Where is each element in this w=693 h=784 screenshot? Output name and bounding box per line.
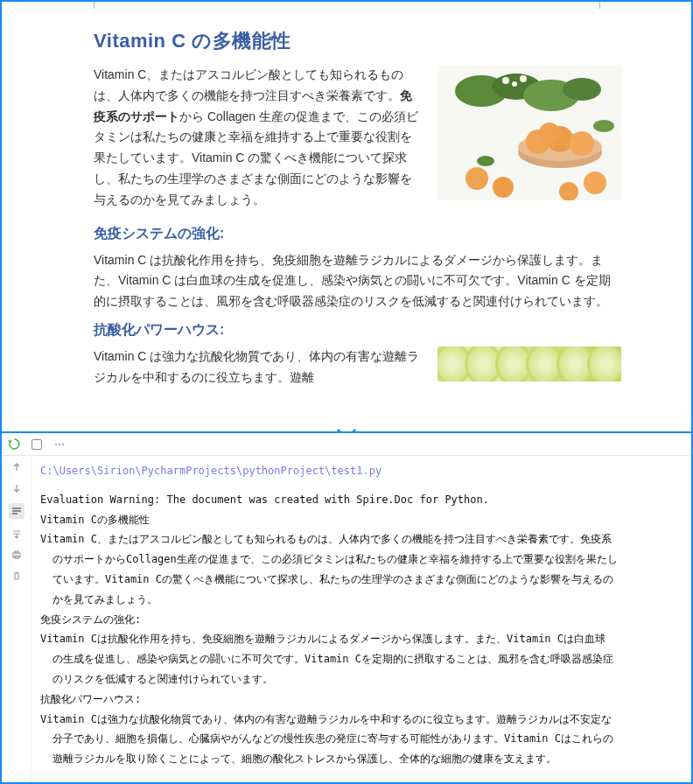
more-actions-button[interactable] <box>52 438 66 452</box>
panel-resize-handle[interactable] <box>336 428 357 433</box>
console-line: 抗酸化パワーハウス: <box>40 690 682 710</box>
svg-point-7 <box>520 75 527 82</box>
svg-point-4 <box>563 78 601 101</box>
citrus-image <box>438 346 621 382</box>
console-line: の生成を促進し、感染や病気との闘いに不可欠です。Vitamin Cを定期的に摂取… <box>40 649 682 669</box>
console-toolbar <box>2 433 691 456</box>
intro-text-1: Vitamin C、またはアスコルビン酸としても知られるものは、人体内で多くの機… <box>94 67 403 102</box>
svg-point-5 <box>502 77 509 84</box>
svg-point-18 <box>477 156 494 166</box>
page-margin-marker-right <box>599 2 600 9</box>
console-line: ています。Vitamin Cの驚くべき機能について探求し、私たちの生理学のさまざ… <box>40 570 682 590</box>
svg-point-13 <box>539 122 560 144</box>
document-preview-panel: Vitamin C の多機能性 Vitamin C、またはアスコルビン酸としても… <box>2 2 691 433</box>
document-page: Vitamin C の多機能性 Vitamin C、またはアスコルビン酸としても… <box>2 2 691 411</box>
console-line: 遊離ラジカルを取り除くことによって、細胞の酸化ストレスから保護し、全体的な細胞の… <box>40 749 682 769</box>
heading-antioxidant: 抗酸化パワーハウス: <box>94 321 621 340</box>
console-line: かを見てみましょう。 <box>40 590 682 610</box>
console-line: のサポートからCollagen生産の促進まで、この必須ビタミンは私たちの健康と幸… <box>40 550 682 570</box>
step-up-icon[interactable] <box>10 461 23 473</box>
console-line: Vitamin Cは強力な抗酸化物質であり、体内の有害な遊離ラジカルを中和するの… <box>40 710 682 730</box>
heading-immune: 免疫システムの強化: <box>94 225 621 243</box>
paragraph-immune: Vitamin C は抗酸化作用を持ち、免疫細胞を遊離ラジカルによるダメージから… <box>94 250 621 312</box>
svg-point-15 <box>493 177 514 198</box>
svg-rect-21 <box>15 551 18 553</box>
console-line: Evaluation Warning: The document was cre… <box>40 490 682 510</box>
script-path: C:\Users\Sirion\PycharmProjects\pythonPr… <box>40 461 682 481</box>
stop-button[interactable] <box>30 438 44 452</box>
console-line: Vitamin C、またはアスコルビン酸としても知られるものは、人体内で多くの機… <box>40 529 682 550</box>
scroll-to-end-icon[interactable] <box>10 528 23 540</box>
print-icon[interactable] <box>10 549 23 561</box>
console-line: 免疫システムの強化: <box>40 610 682 630</box>
soft-wrap-icon[interactable] <box>9 503 24 519</box>
trash-icon[interactable] <box>10 570 23 582</box>
document-title: Vitamin C の多機能性 <box>94 28 621 54</box>
console-line: 分子であり、細胞を損傷し、心臓病やがんなどの慢性疾患の発症に寄与する可能性があり… <box>40 729 682 749</box>
page-margin-marker-left <box>94 2 94 9</box>
svg-point-14 <box>466 167 488 190</box>
console-body: C:\Users\Sirion\PycharmProjects\pythonPr… <box>2 456 691 782</box>
section-intro: Vitamin C、またはアスコルビン酸としても知られるものは、人体内で多くの機… <box>94 65 621 211</box>
intro-text-2: から Collagen 生産の促進まで、この必須ビタミンは私たちの健康と幸福を維… <box>94 109 418 206</box>
console-panel: C:\Users\Sirion\PycharmProjects\pythonPr… <box>2 433 691 782</box>
svg-point-6 <box>512 81 517 87</box>
console-line: Vitamin Cの多機能性 <box>40 510 682 530</box>
step-down-icon[interactable] <box>10 482 23 494</box>
console-output[interactable]: C:\Users\Sirion\PycharmProjects\pythonPr… <box>32 456 691 782</box>
console-gutter <box>2 456 32 782</box>
paragraph-antioxidant: Vitamin C は強力な抗酸化物質であり、体内の有害な遊離ラジカルを中和する… <box>94 346 422 388</box>
intro-paragraph: Vitamin C、またはアスコルビン酸としても知られるものは、人体内で多くの機… <box>94 65 422 211</box>
svg-point-17 <box>559 182 578 200</box>
rerun-button[interactable] <box>7 438 21 452</box>
svg-point-12 <box>570 131 594 156</box>
fruit-image <box>438 65 621 200</box>
svg-point-19 <box>593 120 614 132</box>
console-line: のリスクを低減すると関連付けられています。 <box>40 669 682 690</box>
svg-point-16 <box>584 172 606 194</box>
section-antioxidant: Vitamin C は強力な抗酸化物質であり、体内の有害な遊離ラジカルを中和する… <box>94 346 621 388</box>
fruit-illustration <box>438 65 621 200</box>
console-line: Vitamin Cは抗酸化作用を持ち、免疫細胞を遊離ラジカルによるダメージから保… <box>40 629 682 649</box>
